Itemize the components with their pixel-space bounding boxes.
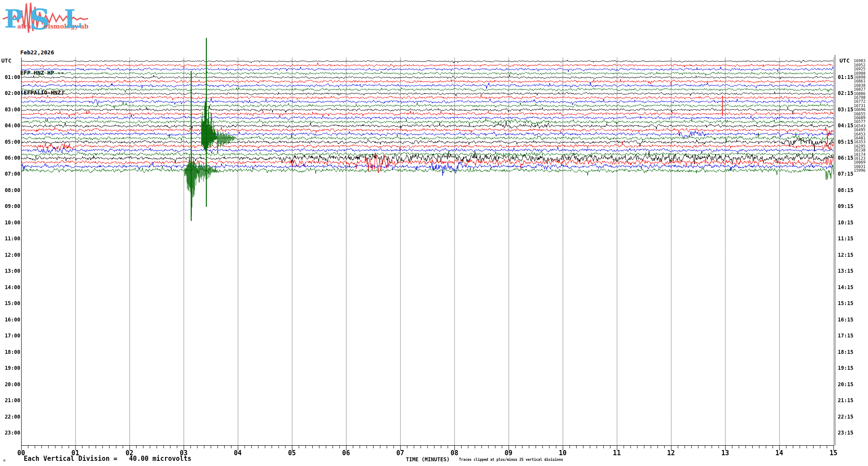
seismogram-canvas <box>0 0 868 466</box>
helicorder-page: P atras S eismology L ab Feb22,2026 EFP … <box>0 0 868 466</box>
